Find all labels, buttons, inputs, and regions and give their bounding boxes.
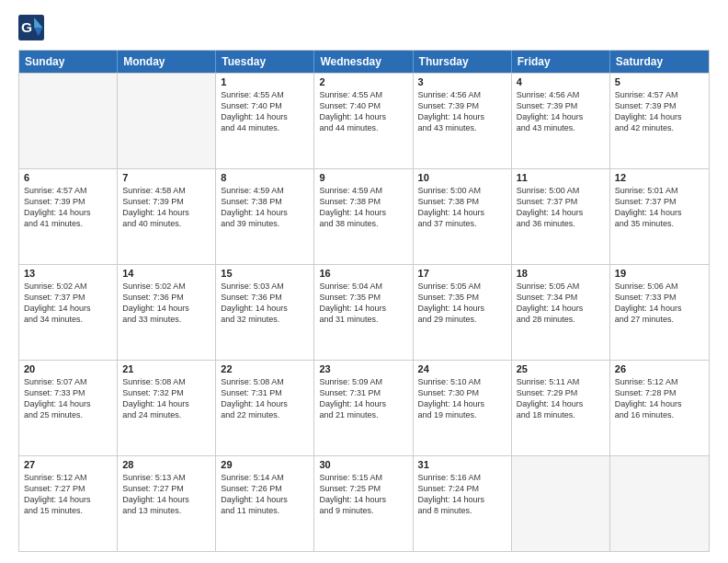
calendar-cell: 14Sunrise: 5:02 AM Sunset: 7:36 PM Dayli… <box>118 265 216 360</box>
day-info: Sunrise: 5:05 AM Sunset: 7:34 PM Dayligh… <box>517 281 605 326</box>
day-number: 27 <box>24 459 112 470</box>
weekday-header-tuesday: Tuesday <box>216 51 314 73</box>
day-info: Sunrise: 5:04 AM Sunset: 7:35 PM Dayligh… <box>319 281 407 326</box>
day-number: 2 <box>319 76 407 87</box>
day-info: Sunrise: 4:59 AM Sunset: 7:38 PM Dayligh… <box>221 185 309 230</box>
day-info: Sunrise: 5:08 AM Sunset: 7:32 PM Dayligh… <box>122 376 210 421</box>
calendar-cell: 2Sunrise: 4:55 AM Sunset: 7:40 PM Daylig… <box>314 74 413 168</box>
day-info: Sunrise: 5:06 AM Sunset: 7:33 PM Dayligh… <box>615 281 704 326</box>
calendar-cell: 13Sunrise: 5:02 AM Sunset: 7:37 PM Dayli… <box>19 265 118 360</box>
day-number: 13 <box>24 268 112 279</box>
header: G <box>18 15 710 40</box>
day-number: 18 <box>517 268 605 279</box>
day-info: Sunrise: 5:08 AM Sunset: 7:31 PM Dayligh… <box>221 376 309 421</box>
calendar-cell: 6Sunrise: 4:57 AM Sunset: 7:39 PM Daylig… <box>19 169 118 264</box>
calendar-row-1: 6Sunrise: 4:57 AM Sunset: 7:39 PM Daylig… <box>19 168 709 264</box>
calendar-cell <box>118 74 216 168</box>
day-number: 6 <box>24 172 112 183</box>
calendar-cell: 1Sunrise: 4:55 AM Sunset: 7:40 PM Daylig… <box>216 74 314 168</box>
calendar-cell: 19Sunrise: 5:06 AM Sunset: 7:33 PM Dayli… <box>610 265 709 360</box>
calendar-cell <box>19 74 118 168</box>
day-number: 20 <box>24 363 112 374</box>
day-number: 25 <box>517 363 605 374</box>
day-info: Sunrise: 5:02 AM Sunset: 7:37 PM Dayligh… <box>24 281 112 326</box>
calendar-cell: 23Sunrise: 5:09 AM Sunset: 7:31 PM Dayli… <box>314 361 413 455</box>
calendar-cell: 26Sunrise: 5:12 AM Sunset: 7:28 PM Dayli… <box>610 361 709 455</box>
day-info: Sunrise: 4:55 AM Sunset: 7:40 PM Dayligh… <box>221 89 309 134</box>
day-number: 5 <box>615 76 704 87</box>
calendar-cell: 31Sunrise: 5:16 AM Sunset: 7:24 PM Dayli… <box>414 456 512 551</box>
day-number: 31 <box>418 459 506 470</box>
day-info: Sunrise: 5:09 AM Sunset: 7:31 PM Dayligh… <box>319 376 407 421</box>
day-number: 15 <box>221 268 309 279</box>
calendar-cell <box>610 456 709 551</box>
calendar-row-4: 27Sunrise: 5:12 AM Sunset: 7:27 PM Dayli… <box>19 455 709 551</box>
day-number: 29 <box>221 459 309 470</box>
weekday-header-saturday: Saturday <box>610 51 709 73</box>
calendar-cell: 28Sunrise: 5:13 AM Sunset: 7:27 PM Dayli… <box>118 456 216 551</box>
day-number: 11 <box>517 172 605 183</box>
day-info: Sunrise: 4:57 AM Sunset: 7:39 PM Dayligh… <box>24 185 112 230</box>
day-number: 22 <box>221 363 309 374</box>
calendar-cell: 5Sunrise: 4:57 AM Sunset: 7:39 PM Daylig… <box>610 74 709 168</box>
logo: G <box>18 15 48 40</box>
day-info: Sunrise: 5:11 AM Sunset: 7:29 PM Dayligh… <box>517 376 605 421</box>
weekday-header-friday: Friday <box>512 51 610 73</box>
day-number: 17 <box>418 268 506 279</box>
day-info: Sunrise: 4:58 AM Sunset: 7:39 PM Dayligh… <box>122 185 210 230</box>
day-number: 16 <box>319 268 407 279</box>
day-number: 4 <box>517 76 605 87</box>
weekday-header-sunday: Sunday <box>19 51 118 73</box>
day-info: Sunrise: 5:01 AM Sunset: 7:37 PM Dayligh… <box>615 185 704 230</box>
calendar-cell: 30Sunrise: 5:15 AM Sunset: 7:25 PM Dayli… <box>314 456 413 551</box>
calendar-cell: 22Sunrise: 5:08 AM Sunset: 7:31 PM Dayli… <box>216 361 314 455</box>
day-info: Sunrise: 5:00 AM Sunset: 7:37 PM Dayligh… <box>517 185 605 230</box>
calendar-cell: 15Sunrise: 5:03 AM Sunset: 7:36 PM Dayli… <box>216 265 314 360</box>
calendar-body: 1Sunrise: 4:55 AM Sunset: 7:40 PM Daylig… <box>19 73 709 551</box>
calendar-cell: 21Sunrise: 5:08 AM Sunset: 7:32 PM Dayli… <box>118 361 216 455</box>
day-info: Sunrise: 5:05 AM Sunset: 7:35 PM Dayligh… <box>418 281 506 326</box>
day-number: 3 <box>418 76 506 87</box>
day-number: 26 <box>615 363 704 374</box>
day-info: Sunrise: 5:07 AM Sunset: 7:33 PM Dayligh… <box>24 376 112 421</box>
calendar-cell: 9Sunrise: 4:59 AM Sunset: 7:38 PM Daylig… <box>314 169 413 264</box>
day-info: Sunrise: 5:16 AM Sunset: 7:24 PM Dayligh… <box>418 472 506 517</box>
calendar-cell: 7Sunrise: 4:58 AM Sunset: 7:39 PM Daylig… <box>118 169 216 264</box>
day-info: Sunrise: 5:12 AM Sunset: 7:27 PM Dayligh… <box>24 472 112 517</box>
calendar-cell: 10Sunrise: 5:00 AM Sunset: 7:38 PM Dayli… <box>414 169 512 264</box>
calendar-cell: 8Sunrise: 4:59 AM Sunset: 7:38 PM Daylig… <box>216 169 314 264</box>
day-number: 7 <box>122 172 210 183</box>
logo-icon: G <box>18 15 44 40</box>
day-info: Sunrise: 5:02 AM Sunset: 7:36 PM Dayligh… <box>122 281 210 326</box>
day-number: 12 <box>615 172 704 183</box>
calendar-cell: 4Sunrise: 4:56 AM Sunset: 7:39 PM Daylig… <box>512 74 610 168</box>
day-info: Sunrise: 5:10 AM Sunset: 7:30 PM Dayligh… <box>418 376 506 421</box>
day-info: Sunrise: 5:00 AM Sunset: 7:38 PM Dayligh… <box>418 185 506 230</box>
day-number: 21 <box>122 363 210 374</box>
day-info: Sunrise: 4:56 AM Sunset: 7:39 PM Dayligh… <box>517 89 605 134</box>
day-info: Sunrise: 5:03 AM Sunset: 7:36 PM Dayligh… <box>221 281 309 326</box>
calendar-cell: 12Sunrise: 5:01 AM Sunset: 7:37 PM Dayli… <box>610 169 709 264</box>
day-info: Sunrise: 5:15 AM Sunset: 7:25 PM Dayligh… <box>319 472 407 517</box>
day-number: 1 <box>221 76 309 87</box>
day-info: Sunrise: 5:13 AM Sunset: 7:27 PM Dayligh… <box>122 472 210 517</box>
weekday-header-thursday: Thursday <box>414 51 512 73</box>
calendar-cell: 3Sunrise: 4:56 AM Sunset: 7:39 PM Daylig… <box>414 74 512 168</box>
day-number: 19 <box>615 268 704 279</box>
calendar-row-2: 13Sunrise: 5:02 AM Sunset: 7:37 PM Dayli… <box>19 264 709 360</box>
calendar-cell: 20Sunrise: 5:07 AM Sunset: 7:33 PM Dayli… <box>19 361 118 455</box>
calendar-cell <box>512 456 610 551</box>
calendar-cell: 18Sunrise: 5:05 AM Sunset: 7:34 PM Dayli… <box>512 265 610 360</box>
day-number: 10 <box>418 172 506 183</box>
day-number: 9 <box>319 172 407 183</box>
calendar-cell: 17Sunrise: 5:05 AM Sunset: 7:35 PM Dayli… <box>414 265 512 360</box>
day-info: Sunrise: 5:12 AM Sunset: 7:28 PM Dayligh… <box>615 376 704 421</box>
svg-text:G: G <box>21 19 32 35</box>
calendar-cell: 29Sunrise: 5:14 AM Sunset: 7:26 PM Dayli… <box>216 456 314 551</box>
page: G SundayMondayTuesdayWednesdayThursdayFr… <box>0 0 728 563</box>
calendar: SundayMondayTuesdayWednesdayThursdayFrid… <box>18 50 710 552</box>
day-info: Sunrise: 4:57 AM Sunset: 7:39 PM Dayligh… <box>615 89 704 134</box>
day-info: Sunrise: 4:56 AM Sunset: 7:39 PM Dayligh… <box>418 89 506 134</box>
calendar-cell: 27Sunrise: 5:12 AM Sunset: 7:27 PM Dayli… <box>19 456 118 551</box>
day-number: 23 <box>319 363 407 374</box>
